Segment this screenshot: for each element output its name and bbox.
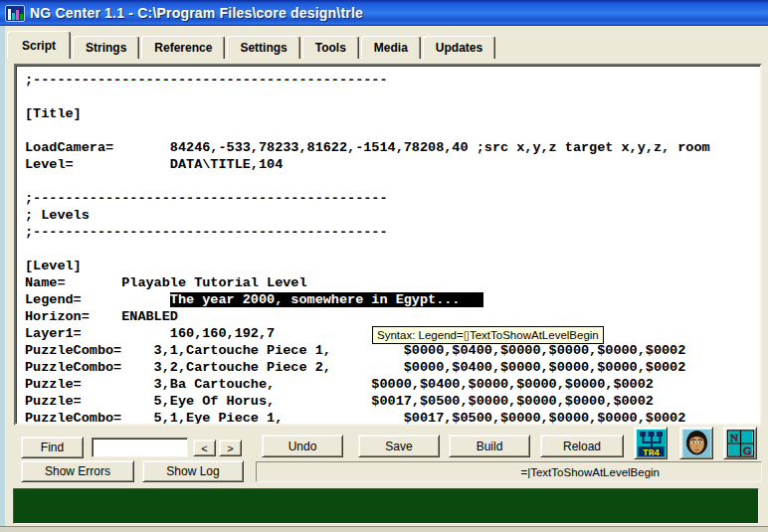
svg-text:N: N — [730, 431, 738, 443]
find-button[interactable]: Find — [21, 437, 84, 458]
script-text[interactable]: ;---------------------------------------… — [16, 66, 760, 424]
tab-reference[interactable]: Reference — [141, 36, 225, 59]
tr4-launch-button[interactable]: TR4 — [634, 427, 668, 459]
build-output-panel — [13, 488, 759, 524]
tab-strings[interactable]: Strings — [73, 36, 139, 59]
find-prev-button[interactable]: < — [193, 440, 216, 456]
status-field: =|TextToShowAtLevelBegin — [256, 461, 762, 482]
show-errors-button[interactable]: Show Errors — [21, 460, 134, 482]
reload-button[interactable]: Reload — [540, 435, 624, 457]
tab-media[interactable]: Media — [361, 36, 421, 59]
legend-highlighted-value: The year 2000, somewhere in Egypt... — [170, 292, 484, 307]
tab-bar: Script Strings Reference Settings Tools … — [7, 31, 497, 59]
title-bar[interactable]: NG Center 1.1 - C:\Program Files\core de… — [0, 0, 768, 26]
tab-script[interactable]: Script — [7, 31, 71, 59]
find-input[interactable] — [92, 438, 188, 457]
ng-logo-icon: N G — [726, 430, 755, 457]
svg-text:G: G — [742, 443, 751, 455]
ng-button[interactable]: N G — [723, 427, 757, 459]
tab-tools[interactable]: Tools — [302, 36, 359, 59]
window-border-bottom — [0, 526, 768, 532]
lara-face-icon — [682, 430, 711, 457]
script-editor[interactable]: ;---------------------------------------… — [14, 64, 762, 426]
find-next-button[interactable]: > — [219, 440, 242, 456]
syntax-tooltip: Syntax: Legend=▯TextToShowAtLevelBegin — [372, 326, 604, 344]
svg-text:TR4: TR4 — [642, 446, 659, 457]
save-button[interactable]: Save — [358, 435, 440, 457]
script-text-before: ;---------------------------------------… — [25, 73, 710, 307]
build-button[interactable]: Build — [449, 435, 530, 457]
lara-face-button[interactable] — [679, 427, 713, 459]
tr4-icon: TR4 — [637, 430, 666, 457]
tab-updates[interactable]: Updates — [423, 36, 495, 59]
window-border-left — [0, 26, 5, 526]
window-title: NG Center 1.1 - C:\Program Files\core de… — [30, 5, 363, 21]
undo-button[interactable]: Undo — [262, 435, 343, 457]
app-logo-barchart-icon — [5, 5, 25, 22]
show-log-button[interactable]: Show Log — [142, 460, 244, 482]
tab-settings[interactable]: Settings — [227, 36, 299, 59]
